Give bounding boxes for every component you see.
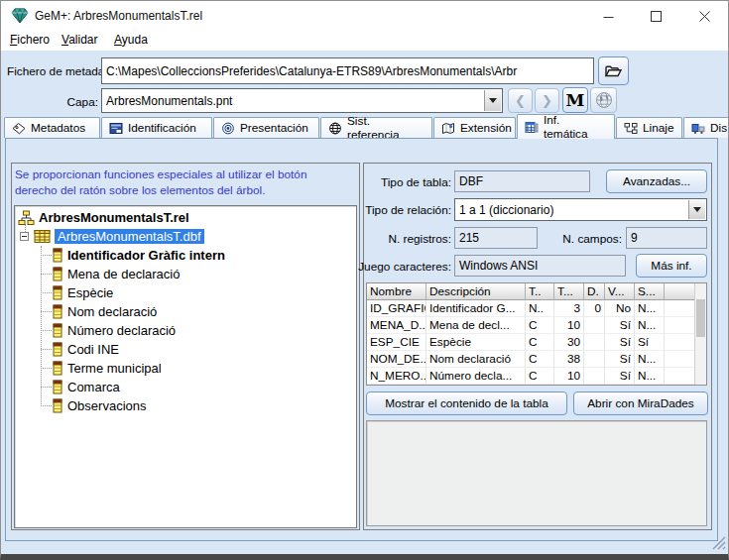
grid-row[interactable]: ID_GRAFIC Identificador G... N.. 3 0 No … [367,300,706,317]
maximize-button[interactable] [632,1,679,31]
grid-row[interactable]: N_MERO... Número decla... C 10 Sí N... [367,368,706,385]
tree-field-item[interactable]: Codi INE [53,340,119,359]
tree-field-item[interactable]: Comarca [53,378,120,396]
close-button[interactable] [679,1,729,31]
relation-dropdown-arrow[interactable] [688,200,705,219]
grid-row[interactable]: ESP_CIE Espècie C 30 Sí Sí [367,334,706,351]
grid-row[interactable]: MENA_D... Mena de decl... C 10 Sí N... [367,317,706,334]
field-column-icon [53,285,63,300]
tree-field-item[interactable]: Observacions [53,396,146,415]
grid-header-cell[interactable]: S... [635,283,665,300]
field-column-icon [53,361,63,376]
grid-header-cell[interactable]: V... [605,283,635,300]
next-layer-button[interactable]: ❯ [535,88,559,113]
tab-label: Linaje [643,121,674,135]
cell-s: N... [635,351,665,368]
relation-type-label: Tipo de relación: [352,203,451,217]
grid-header-cell[interactable]: D. [584,283,605,300]
grid-header-row: Nombre Descripción T.. T... D. V... S... [367,283,706,300]
tab-sist-referencia[interactable]: Sist. referencia [320,117,432,138]
table-type-field[interactable]: DBF [454,170,590,192]
fields-count-field[interactable]: 9 [626,227,707,249]
tab-metadatos[interactable]: Metadatos [4,117,100,138]
tree-connector [41,387,52,388]
cell-size: 10 [554,317,584,334]
cell-decimals: 0 [584,300,605,317]
cell-name: ID_GRAFIC [367,300,426,317]
grid-header-cell[interactable]: Descripción [426,283,526,300]
grid-vertical-scrollbar[interactable] [694,283,706,385]
advanced-button[interactable]: Avanzadas... [606,169,707,193]
cell-desc: Identificador G... [426,300,526,317]
gem-app-icon [11,8,29,24]
grid-header-cell[interactable]: T... [554,283,584,300]
tab-label: Identificación [128,121,196,135]
charset-field[interactable]: Windows ANSI [454,255,626,277]
tree-root-label: ArbresMonumentalsT.rel [39,210,189,225]
tree-field-item[interactable]: Mena de declaració [53,265,180,283]
tree-field-item[interactable]: Nom declaració [53,302,157,321]
tab-presentacion[interactable]: Presentación [213,117,319,138]
tab-label: Metadatos [31,121,85,135]
layer-label: Capa: [7,95,98,109]
cell-visible: Sí [605,368,635,385]
resize-grip[interactable] [709,533,726,550]
grid-header-cell[interactable]: T.. [526,283,554,300]
tree-connector [41,330,52,331]
metadata-file-input[interactable]: C:\Mapes\ColleccionsPreferides\Catalunya… [101,57,594,84]
field-column-icon [53,380,63,394]
tree-table-item[interactable]: ArbresMonumentalsT.dbf [34,227,204,246]
tree-hint-text: Se proporcionan funciones especiales al … [15,167,350,198]
cell-size: 38 [554,351,584,368]
tree-field-label: Observacions [67,398,146,413]
tab-linaje[interactable]: Linaje [616,117,682,138]
cell-visible: Sí [605,334,635,351]
fields-tree[interactable]: ArbresMonumentalsT.rel ArbresMonumentals… [14,205,357,528]
tree-field-label: Comarca [67,380,120,394]
tree-field-label: Nom declaració [67,304,157,319]
grid-header-cell[interactable]: Nombre [367,283,426,300]
tree-field-item[interactable]: Identificador Gràfic intern [53,246,225,265]
records-field[interactable]: 215 [454,227,538,249]
cell-s: Sí [635,334,665,351]
tab-inf-tematica[interactable]: Inf. temática [517,114,615,139]
miramon-button[interactable]: M [562,87,588,113]
cell-type: C [526,368,554,385]
globe-button[interactable] [590,87,617,113]
tab-label: Inf. temática [544,113,607,141]
chevron-right-icon: ❯ [542,93,552,108]
more-info-button[interactable]: Más inf. [636,254,707,278]
minimize-button[interactable] [584,1,632,31]
cell-name: N_MERO... [367,368,426,385]
previous-layer-button[interactable]: ❮ [508,88,533,113]
tree-field-item[interactable]: Espècie [53,283,113,302]
field-column-icon [53,398,63,413]
fields-grid[interactable]: Nombre Descripción T.. T... D. V... S...… [366,282,707,386]
open-miradades-button[interactable]: Abrir con MiraDades [573,392,708,415]
show-table-content-button[interactable]: Mostrar el contenido de la tabla [366,392,567,415]
tree-connector [41,368,52,369]
field-column-icon [53,267,63,281]
tree-field-item[interactable]: Terme municipal [53,359,162,378]
relation-type-combobox[interactable]: 1 a 1 (diccionario) [454,198,707,221]
layer-combobox[interactable]: ArbresMonumentals.pnt [101,88,503,113]
close-icon [699,11,710,22]
tab-extension[interactable]: Extensión [433,117,516,138]
cell-decimals [584,334,605,351]
layer-dropdown-arrow[interactable] [484,90,501,111]
tree-connector [41,274,52,275]
tree-field-item[interactable]: Número declaració [53,321,176,340]
relation-chart-icon [18,210,35,226]
menu-validar[interactable]: Validar [61,33,97,47]
tab-distribucion[interactable]: Dis [683,117,729,138]
layer-value: ArbresMonumentals.pnt [106,89,482,112]
scrollbar-thumb[interactable] [696,299,705,337]
tab-identificacion[interactable]: Identificación [101,117,212,138]
menu-fichero[interactable]: Fichero [10,33,50,47]
tree-root-item[interactable]: ArbresMonumentalsT.rel [18,208,189,227]
menu-ayuda[interactable]: Ayuda [114,33,148,47]
tree-collapse-toggle[interactable] [20,232,29,241]
open-file-button[interactable] [598,56,629,85]
grid-row[interactable]: NOM_DE... Nom declaració C 38 Sí N... [367,351,706,368]
cell-desc: Mena de decl... [426,317,526,334]
